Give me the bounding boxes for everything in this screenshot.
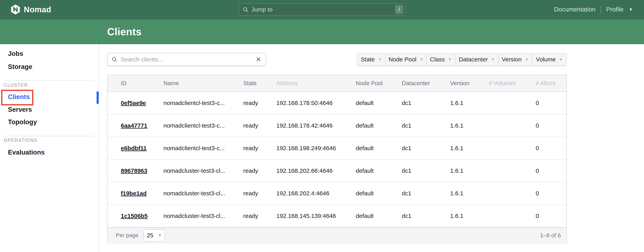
search-icon — [243, 6, 248, 12]
client-version: 1.6.1 — [450, 145, 489, 152]
table-row[interactable]: e6bdbf11 nomadclientcl-test3-c... ready … — [108, 137, 566, 160]
client-node-pool: default — [356, 190, 402, 197]
client-address: 192.168.178.50:4646 — [276, 100, 356, 106]
chevron-down-icon: ▼ — [525, 57, 529, 62]
client-node-pool: default — [356, 145, 402, 152]
client-version: 1.6.1 — [450, 190, 489, 197]
client-id-link[interactable]: e6bdbf11 — [121, 145, 164, 152]
client-node-pool: default — [356, 122, 402, 129]
client-allocs: 0 — [536, 100, 562, 106]
client-id-link[interactable]: f19be1ad — [121, 190, 164, 197]
table-row[interactable]: 89678963 nomadcluster-test3-cl... ready … — [108, 160, 566, 182]
jump-to-search[interactable]: / — [239, 3, 406, 16]
page-title: Clients — [107, 19, 142, 44]
client-name: nomadclientcl-test3-c... — [164, 100, 243, 106]
chevron-down-icon: ▼ — [158, 233, 162, 238]
top-nav-bar: Nomad / Documentation Profile ▼ — [0, 0, 644, 19]
client-state: ready — [243, 167, 276, 174]
divider — [3, 136, 94, 136]
sidebar-item-jobs[interactable]: Jobs — [8, 49, 23, 58]
client-name: nomadcluster-test3-cl... — [164, 213, 243, 219]
divider — [3, 80, 94, 81]
shortcut-slash-badge: / — [395, 5, 403, 14]
filter-class[interactable]: Class▼ — [427, 53, 456, 65]
client-version: 1.6.1 — [450, 122, 489, 129]
client-address: 192.168.202.66:4646 — [276, 167, 356, 174]
filter-bar: State▼ Node Pool▼ Class▼ Datacenter▼ Ver… — [357, 53, 567, 66]
top-nav-links: Documentation Profile ▼ — [554, 0, 633, 19]
client-address: 192.168.178.42:4646 — [276, 122, 356, 129]
client-id-link[interactable]: 1c1506b5 — [121, 213, 164, 219]
table-row[interactable]: 0ef5ae9e nomadclientcl-test3-c... ready … — [108, 92, 566, 114]
client-version: 1.6.1 — [450, 167, 489, 174]
column-header-state[interactable]: State — [243, 80, 276, 87]
annotation-highlight-box — [1, 90, 33, 105]
sidebar-section-cluster: CLUSTER — [4, 83, 28, 88]
column-header-version[interactable]: Version — [450, 80, 489, 87]
table-footer: Per page 25 ▼ 1–6 of 6 — [108, 228, 566, 243]
client-node-pool: default — [356, 213, 402, 219]
client-allocs: 0 — [536, 167, 562, 174]
jump-to-input[interactable] — [251, 6, 395, 13]
client-allocs: 0 — [536, 213, 562, 219]
column-header-id[interactable]: ID — [121, 80, 164, 87]
filter-state[interactable]: State▼ — [357, 53, 386, 65]
chevron-down-icon: ▼ — [448, 57, 452, 62]
table-row[interactable]: 1c1506b5 nomadcluster-test3-cl... ready … — [108, 205, 566, 228]
column-header-volumes: # Volumes — [489, 80, 536, 87]
filter-datacenter[interactable]: Datacenter▼ — [456, 53, 498, 65]
clients-search-input[interactable] — [121, 56, 255, 63]
filter-version[interactable]: Version▼ — [498, 53, 532, 65]
client-allocs: 0 — [536, 122, 562, 129]
client-datacenter: dc1 — [402, 213, 450, 219]
sidebar-item-evaluations[interactable]: Evaluations — [8, 148, 45, 157]
clients-search-box[interactable]: ✕ — [107, 53, 266, 66]
nomad-brand[interactable]: Nomad — [11, 0, 51, 19]
sidebar: Jobs Storage CLUSTER Clients Servers Top… — [0, 44, 99, 252]
client-id-link[interactable]: 6aa47771 — [121, 122, 164, 129]
client-address: 192.168.145.139:4646 — [276, 213, 356, 219]
client-state: ready — [243, 190, 276, 197]
client-datacenter: dc1 — [402, 167, 450, 174]
profile-menu[interactable]: Profile — [606, 6, 624, 13]
table-row[interactable]: f19be1ad nomadcluster-test3-cl... ready … — [108, 182, 566, 205]
main-content: ✕ State▼ Node Pool▼ Class▼ Datacenter▼ V… — [99, 44, 644, 252]
chevron-down-icon: ▼ — [378, 57, 382, 62]
client-state: ready — [243, 145, 276, 152]
column-header-name[interactable]: Name — [164, 80, 243, 87]
search-icon — [112, 56, 118, 62]
sidebar-item-servers[interactable]: Servers — [8, 105, 32, 114]
pagination-range: 1–6 of 6 — [540, 232, 561, 239]
per-page-label: Per page — [116, 232, 138, 239]
client-address: 192.168.202.4:4646 — [276, 190, 356, 197]
sidebar-section-operations: OPERATIONS — [4, 138, 37, 143]
client-name: nomadclientcl-test3-c... — [164, 122, 243, 129]
column-header-datacenter[interactable]: Datacenter — [402, 80, 450, 87]
client-node-pool: default — [356, 167, 402, 174]
chevron-down-icon: ▼ — [420, 57, 424, 62]
clear-search-icon[interactable]: ✕ — [255, 56, 262, 63]
sidebar-item-topology[interactable]: Topology — [8, 117, 37, 127]
client-version: 1.6.1 — [450, 213, 489, 219]
client-state: ready — [243, 122, 276, 129]
chevron-down-icon[interactable]: ▼ — [629, 7, 633, 12]
sidebar-item-storage[interactable]: Storage — [8, 62, 32, 71]
active-item-indicator — [96, 91, 98, 104]
filter-volume[interactable]: Volume▼ — [532, 53, 566, 65]
chevron-down-icon: ▼ — [559, 57, 563, 62]
table-row[interactable]: 6aa47771 nomadclientcl-test3-c... ready … — [108, 114, 566, 137]
filter-node-pool[interactable]: Node Pool▼ — [386, 53, 427, 65]
client-state: ready — [243, 213, 276, 219]
column-header-node-pool[interactable]: Node Pool — [356, 80, 402, 87]
client-allocs: 0 — [536, 190, 562, 197]
client-id-link[interactable]: 89678963 — [121, 167, 164, 174]
nav-separator — [600, 6, 601, 13]
column-header-allocs: # Allocs — [536, 80, 562, 87]
nomad-logo-icon — [11, 4, 20, 15]
client-id-link[interactable]: 0ef5ae9e — [121, 100, 164, 106]
documentation-link[interactable]: Documentation — [554, 6, 596, 13]
table-header-row: ID Name State Address Node Pool Datacent… — [108, 75, 566, 92]
client-datacenter: dc1 — [402, 145, 450, 152]
per-page-select[interactable]: 25 ▼ — [144, 229, 165, 242]
client-name: nomadcluster-test3-cl... — [164, 167, 243, 174]
